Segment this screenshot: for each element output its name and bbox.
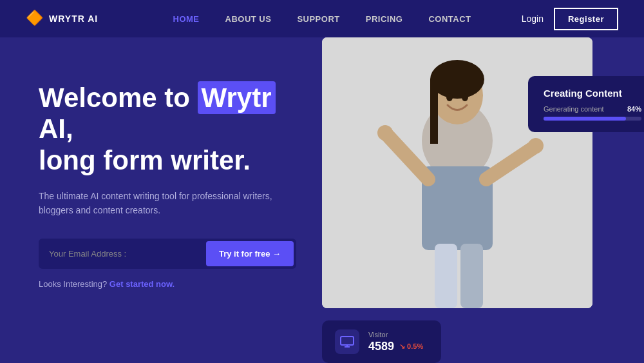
hero-title: Welcome to Wrytr AI, long form writer. [39, 83, 296, 176]
svg-point-9 [377, 125, 393, 141]
hero-title-highlight: Wrytr [198, 81, 276, 114]
progress-bar-bg [544, 117, 641, 121]
creating-content-card: Creating Content Generating content 84% [528, 76, 644, 132]
visitor-count: 4589 [368, 340, 394, 353]
hero-title-before: Welcome to [39, 83, 190, 113]
svg-rect-10 [435, 244, 457, 308]
main-section: Welcome to Wrytr AI, long form writer. T… [0, 37, 644, 363]
nav-support[interactable]: SUPPORT [297, 14, 339, 24]
register-button[interactable]: Register [554, 8, 618, 30]
hero-title-line2: long form writer. [39, 145, 251, 175]
logo-area: 🔶 WRYTR AI [26, 10, 98, 28]
visitor-change: ↘ 0.5% [399, 342, 423, 351]
nav-links: HOME ABOUT US SUPPORT PRICING CONTACT [173, 14, 471, 24]
email-input[interactable] [49, 242, 206, 265]
svg-rect-11 [460, 244, 483, 308]
visitor-icon [335, 329, 359, 354]
try-free-button[interactable]: Try it for free → [206, 241, 294, 266]
hero-left: Welcome to Wrytr AI, long form writer. T… [0, 37, 322, 363]
svg-point-13 [462, 93, 468, 101]
card-label-text: Generating content [544, 105, 604, 113]
monitor-icon [340, 336, 354, 348]
svg-point-8 [528, 138, 544, 153]
nav-about[interactable]: ABOUT US [225, 14, 272, 24]
card-percent: 84% [627, 105, 641, 113]
hero-right: Creating Content Generating content 84% … [322, 37, 644, 363]
nav-contact[interactable]: CONTACT [428, 14, 471, 24]
nav-pricing[interactable]: PRICING [366, 14, 403, 24]
card-title: Creating Content [544, 88, 641, 99]
email-form: Try it for free → [39, 239, 296, 269]
svg-point-3 [430, 60, 484, 99]
progress-bar-fill [544, 117, 626, 121]
visitor-card: Visitor 4589 ↘ 0.5% [322, 320, 441, 363]
svg-point-12 [446, 93, 453, 101]
nav-home[interactable]: HOME [173, 14, 200, 24]
looks-interesting-text: Looks Interesting? Get started now. [39, 279, 296, 289]
card-label: Generating content 84% [544, 105, 641, 113]
login-button[interactable]: Login [522, 14, 544, 24]
visitor-label: Visitor [368, 331, 423, 338]
hero-subtitle: The ultimate AI content writing tool for… [39, 189, 283, 218]
svg-rect-4 [430, 79, 438, 144]
brand-name: WRYTR AI [49, 14, 98, 24]
hero-title-after: AI, [39, 113, 73, 144]
visitor-info: Visitor 4589 ↘ 0.5% [368, 331, 423, 353]
svg-rect-14 [341, 337, 354, 345]
get-started-link[interactable]: Get started now. [109, 279, 175, 289]
nav-auth: Login Register [522, 8, 618, 30]
logo-icon: 🔶 [26, 10, 44, 28]
navbar: 🔶 WRYTR AI HOME ABOUT US SUPPORT PRICING… [0, 0, 644, 37]
